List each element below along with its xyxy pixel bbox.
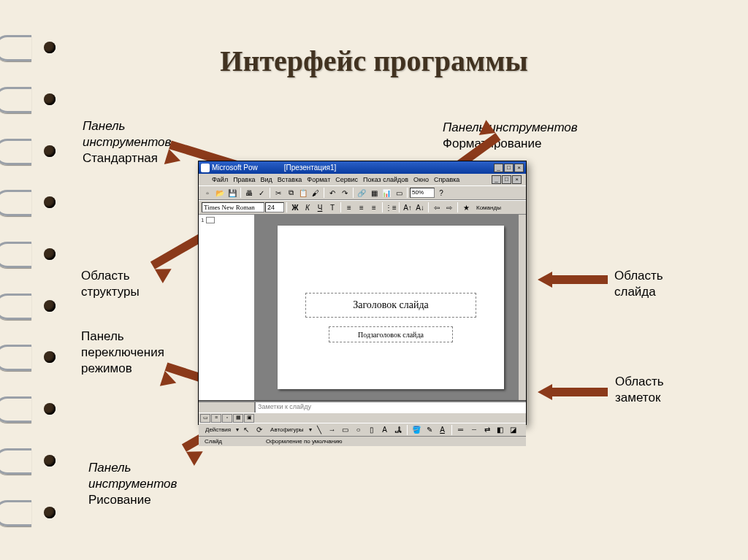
subtitle-placeholder[interactable]: Подзаголовок слайда: [329, 326, 453, 342]
save-icon[interactable]: 💾: [226, 187, 238, 199]
rotate-icon[interactable]: ⟳: [253, 424, 265, 436]
menu-view[interactable]: Вид: [261, 176, 272, 183]
oval-icon[interactable]: ○: [353, 424, 365, 436]
bullets-icon[interactable]: ⋮≡: [385, 202, 397, 213]
bold-icon[interactable]: Ж: [289, 202, 301, 213]
line-style-icon[interactable]: ═: [455, 424, 467, 436]
title-placeholder[interactable]: Заголовок слайда: [305, 293, 476, 318]
align-left-icon[interactable]: ≡: [343, 202, 355, 213]
commands-button[interactable]: Команды: [473, 203, 505, 212]
promote-icon[interactable]: ⇦: [431, 202, 443, 213]
outline-view-button[interactable]: ≡: [211, 414, 221, 423]
copy-icon[interactable]: ⧉: [285, 187, 297, 199]
notes-pane[interactable]: Заметки к слайду: [199, 402, 526, 413]
underline-icon[interactable]: Ч: [314, 202, 326, 213]
font-color-icon[interactable]: A: [437, 424, 449, 436]
callout-slide-area: Область слайда: [614, 268, 663, 300]
vertical-scrollbar[interactable]: [518, 215, 526, 400]
font-selector[interactable]: Times New Roman: [202, 202, 264, 212]
table-icon[interactable]: ▦: [368, 187, 380, 199]
hyperlink-icon[interactable]: 🔗: [356, 187, 367, 199]
spell-icon[interactable]: ✓: [256, 187, 267, 199]
outline-slide-number: 1: [201, 217, 204, 223]
align-right-icon[interactable]: ≡: [368, 202, 380, 213]
slide-canvas[interactable]: Заголовок слайда Подзаголовок слайда: [278, 226, 504, 389]
chart-icon[interactable]: 📊: [381, 187, 392, 199]
callout-drawing-toolbar: Панель инструментов Рисование: [88, 460, 177, 508]
new-icon[interactable]: ▫: [202, 187, 213, 199]
zoom-input[interactable]: 50%: [410, 188, 435, 198]
decrease-font-icon[interactable]: A↓: [414, 202, 426, 213]
line-icon[interactable]: ╲: [313, 424, 325, 436]
formatting-toolbar: Times New Roman 24 Ж К Ч Т ≡ ≡ ≡ ⋮≡ A↑ A…: [199, 200, 526, 215]
slide-view-button[interactable]: ▫: [222, 414, 232, 423]
rectangle-icon[interactable]: ▭: [340, 424, 351, 436]
titlebar[interactable]: Microsoft Pow [Презентация1] _ □ ×: [199, 161, 526, 174]
minimize-button[interactable]: _: [494, 164, 503, 172]
sorter-view-button[interactable]: ▦: [233, 414, 243, 423]
dash-style-icon[interactable]: ┄: [468, 424, 480, 436]
shadow-style-icon[interactable]: ◧: [495, 424, 506, 436]
doc-close-button[interactable]: ×: [512, 175, 522, 184]
outline-slide-1[interactable]: 1: [201, 217, 252, 223]
menu-help[interactable]: Справка: [434, 176, 459, 183]
slide-thumb-icon: [206, 217, 215, 223]
page-title: Интерфейс программы: [0, 44, 748, 78]
menu-edit[interactable]: Правка: [233, 176, 255, 183]
callout-notes-area: Область заметок: [615, 374, 664, 406]
powerpoint-window: Microsoft Pow [Презентация1] _ □ × Файл …: [198, 161, 527, 425]
italic-icon[interactable]: К: [302, 202, 313, 213]
menu-slideshow[interactable]: Показ слайдов: [363, 176, 408, 183]
print-icon[interactable]: 🖶: [243, 187, 255, 199]
status-bar: Слайд Оформление по умолчанию: [199, 436, 526, 446]
doc-maximize-button[interactable]: □: [502, 175, 511, 184]
arrow-style-icon[interactable]: ⇄: [481, 424, 493, 436]
status-design-label: Оформление по умолчанию: [266, 438, 343, 445]
demote-icon[interactable]: ⇨: [443, 202, 455, 213]
autoshapes-button[interactable]: Автофигуры: [267, 425, 308, 434]
line-color-icon[interactable]: ✎: [424, 424, 435, 436]
paste-icon[interactable]: 📋: [297, 187, 309, 199]
textbox-icon[interactable]: ▯: [366, 424, 378, 436]
menu-file[interactable]: Файл: [212, 176, 228, 183]
doc-minimize-button[interactable]: _: [492, 175, 501, 184]
menu-window[interactable]: Окно: [413, 176, 429, 183]
align-center-icon[interactable]: ≡: [356, 202, 367, 213]
increase-font-icon[interactable]: A↑: [402, 202, 413, 213]
wordart-icon[interactable]: A: [379, 424, 391, 436]
open-icon[interactable]: 📂: [214, 187, 226, 199]
document-name: [Презентация1]: [284, 164, 337, 172]
outline-pane[interactable]: 1: [199, 215, 256, 400]
redo-icon[interactable]: ↷: [339, 187, 351, 199]
clipart-icon[interactable]: 🏞: [392, 424, 404, 436]
effects-icon[interactable]: ★: [460, 202, 472, 213]
notes-placeholder[interactable]: Заметки к слайду: [256, 402, 313, 413]
arrow-icon[interactable]: →: [327, 424, 338, 436]
callout-view-switch: Панель переключения режимов: [81, 329, 164, 377]
shadow-icon[interactable]: Т: [327, 202, 338, 213]
3d-style-icon[interactable]: ◪: [508, 424, 519, 436]
menu-format[interactable]: Формат: [307, 176, 330, 183]
menubar: Файл Правка Вид Вставка Формат Сервис По…: [199, 174, 526, 185]
drawing-toolbar: Действия▾ ↖ ⟳ Автофигуры▾ ╲ → ▭ ○ ▯ A 🏞 …: [199, 423, 526, 436]
help-icon[interactable]: ?: [435, 187, 447, 199]
slide-edit-area[interactable]: Заголовок слайда Подзаголовок слайда: [256, 215, 526, 400]
font-size-selector[interactable]: 24: [265, 202, 284, 212]
maximize-button[interactable]: □: [504, 164, 514, 172]
cut-icon[interactable]: ✂: [272, 187, 284, 199]
menu-insert[interactable]: Вставка: [278, 176, 302, 183]
callout-outline-area: Область структуры: [81, 268, 140, 300]
draw-actions-button[interactable]: Действия: [202, 425, 234, 434]
normal-view-button[interactable]: ▭: [200, 414, 210, 423]
close-button[interactable]: ×: [514, 164, 524, 172]
slideshow-view-button[interactable]: ▣: [244, 414, 254, 423]
notebook-binding: [0, 0, 73, 560]
format-painter-icon[interactable]: 🖌: [310, 187, 321, 199]
menu-tools[interactable]: Сервис: [335, 176, 358, 183]
app-title-prefix: Microsoft Pow: [212, 164, 258, 172]
undo-icon[interactable]: ↶: [327, 187, 338, 199]
callout-standard-toolbar: Панель инструментов Стандартная: [83, 118, 171, 166]
select-icon[interactable]: ↖: [240, 424, 252, 436]
new-slide-icon[interactable]: ▭: [393, 187, 405, 199]
fill-color-icon[interactable]: 🪣: [411, 424, 422, 436]
